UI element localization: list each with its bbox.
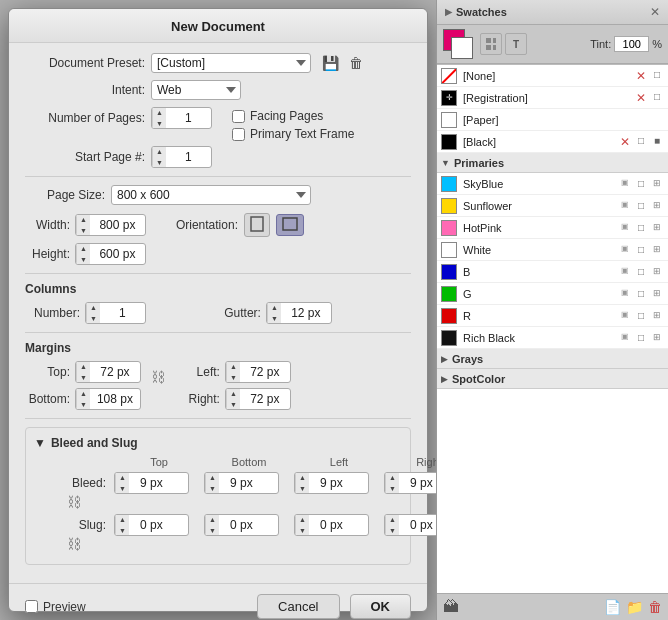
color-preview-swatch[interactable] [443, 29, 473, 59]
bleed-right-down[interactable]: ▼ [386, 483, 399, 494]
swatch-item-white[interactable]: White ▣ □ ⊞ [437, 239, 668, 261]
swatch-item-richblack[interactable]: Rich Black ▣ □ ⊞ [437, 327, 668, 349]
slug-left-down[interactable]: ▼ [296, 525, 309, 536]
col-number-up[interactable]: ▲ [87, 302, 100, 313]
margin-right-spinners[interactable]: ▲ ▼ [226, 388, 240, 410]
width-up[interactable]: ▲ [77, 214, 90, 225]
ok-button[interactable]: OK [350, 594, 412, 619]
facing-pages-checkbox-label[interactable]: Facing Pages [232, 109, 354, 123]
margin-bottom-input[interactable] [90, 389, 140, 409]
new-color-group-button[interactable]: 📄 [604, 599, 621, 615]
slug-right-up[interactable]: ▲ [386, 514, 399, 525]
panel-close-button[interactable]: ✕ [650, 5, 660, 19]
bleed-link-icon[interactable]: ⛓ [34, 494, 114, 510]
col-gutter-up[interactable]: ▲ [268, 302, 281, 313]
new-swatch-button[interactable]: 📁 [626, 599, 643, 615]
num-pages-up[interactable]: ▲ [153, 107, 166, 118]
delete-swatch-button[interactable]: 🗑 [648, 599, 662, 615]
bleed-left-up[interactable]: ▲ [296, 472, 309, 483]
slug-top-input[interactable] [129, 515, 174, 535]
page-size-select[interactable]: 800 x 600 1024 x 768 Letter A4 Custom [111, 185, 311, 205]
show-color-swatches-button[interactable]: T [505, 33, 527, 55]
primary-text-frame-checkbox-label[interactable]: Primary Text Frame [232, 127, 354, 141]
bleed-top-spinners[interactable]: ▲ ▼ [115, 472, 129, 494]
start-page-spinners[interactable]: ▲ ▼ [152, 146, 166, 168]
preset-select[interactable]: [Custom] [151, 53, 311, 73]
bleed-left-input[interactable] [309, 473, 354, 493]
swatch-item-r[interactable]: R ▣ □ ⊞ [437, 305, 668, 327]
bleed-right-spinners[interactable]: ▲ ▼ [385, 472, 399, 494]
swatch-item-skyblue[interactable]: SkyBlue ▣ □ ⊞ [437, 173, 668, 195]
swatch-delete-registration[interactable]: ✕ [634, 91, 648, 105]
bleed-bottom-up[interactable]: ▲ [206, 472, 219, 483]
slug-bottom-spinners[interactable]: ▲ ▼ [205, 514, 219, 536]
slug-bottom-input[interactable] [219, 515, 264, 535]
delete-preset-button[interactable]: 🗑 [346, 54, 366, 72]
width-input[interactable] [90, 215, 145, 235]
margin-top-input[interactable] [90, 362, 140, 382]
margin-right-input[interactable] [240, 389, 290, 409]
margin-bottom-spinners[interactable]: ▲ ▼ [76, 388, 90, 410]
slug-link-icon[interactable]: ⛓ [34, 536, 114, 552]
col-gutter-spinners[interactable]: ▲ ▼ [267, 302, 281, 324]
margin-top-down[interactable]: ▼ [77, 372, 90, 383]
slug-bottom-down[interactable]: ▼ [206, 525, 219, 536]
margin-left-spinners[interactable]: ▲ ▼ [226, 361, 240, 383]
swatch-item-paper[interactable]: [Paper] [437, 109, 668, 131]
bleed-bottom-down[interactable]: ▼ [206, 483, 219, 494]
start-page-up[interactable]: ▲ [153, 146, 166, 157]
slug-top-spinners[interactable]: ▲ ▼ [115, 514, 129, 536]
num-pages-spinners[interactable]: ▲ ▼ [152, 107, 166, 129]
facing-pages-checkbox[interactable] [232, 110, 245, 123]
swatch-item-hotpink[interactable]: HotPink ▣ □ ⊞ [437, 217, 668, 239]
margins-link-icon[interactable]: ⛓ [151, 361, 165, 385]
group-row-grays[interactable]: ▶ Grays [437, 349, 668, 369]
slug-bottom-up[interactable]: ▲ [206, 514, 219, 525]
col-number-down[interactable]: ▼ [87, 313, 100, 324]
num-pages-down[interactable]: ▼ [153, 118, 166, 129]
preview-checkbox[interactable] [25, 600, 38, 613]
margin-left-input[interactable] [240, 362, 290, 382]
height-down[interactable]: ▼ [77, 254, 90, 265]
margin-top-up[interactable]: ▲ [77, 361, 90, 372]
width-down[interactable]: ▼ [77, 225, 90, 236]
slug-top-up[interactable]: ▲ [116, 514, 129, 525]
cancel-button[interactable]: Cancel [257, 594, 339, 619]
panel-menu-button[interactable]: 🏔 [443, 598, 459, 616]
height-input[interactable] [90, 244, 145, 264]
margin-right-up[interactable]: ▲ [227, 388, 240, 399]
margin-left-up[interactable]: ▲ [227, 361, 240, 372]
slug-left-up[interactable]: ▲ [296, 514, 309, 525]
margin-bottom-up[interactable]: ▲ [77, 388, 90, 399]
bleed-bottom-spinners[interactable]: ▲ ▼ [205, 472, 219, 494]
margin-bottom-down[interactable]: ▼ [77, 399, 90, 410]
swatch-item-g[interactable]: G ▣ □ ⊞ [437, 283, 668, 305]
bleed-top-down[interactable]: ▼ [116, 483, 129, 494]
slug-right-spinners[interactable]: ▲ ▼ [385, 514, 399, 536]
bleed-top-up[interactable]: ▲ [116, 472, 129, 483]
portrait-button[interactable] [244, 213, 270, 237]
col-gutter-down[interactable]: ▼ [268, 313, 281, 324]
show-all-swatches-button[interactable] [480, 33, 502, 55]
swatch-item-sunflower[interactable]: Sunflower ▣ □ ⊞ [437, 195, 668, 217]
primary-text-frame-checkbox[interactable] [232, 128, 245, 141]
group-row-primaries[interactable]: ▼ Primaries [437, 153, 668, 173]
num-pages-input[interactable] [166, 108, 211, 128]
width-spinners[interactable]: ▲ ▼ [76, 214, 90, 236]
slug-right-down[interactable]: ▼ [386, 525, 399, 536]
intent-select[interactable]: Web Print Mobile [151, 80, 241, 100]
swatch-item-registration[interactable]: ✛ [Registration] ✕ □ [437, 87, 668, 109]
preview-checkbox-label[interactable]: Preview [25, 600, 86, 614]
col-gutter-input[interactable] [281, 303, 331, 323]
tint-input[interactable] [614, 36, 649, 52]
margin-top-spinners[interactable]: ▲ ▼ [76, 361, 90, 383]
swatch-item-none[interactable]: [None] ✕ □ [437, 65, 668, 87]
swatch-delete-black[interactable]: ✕ [618, 135, 632, 149]
slug-left-input[interactable] [309, 515, 354, 535]
bleed-left-down[interactable]: ▼ [296, 483, 309, 494]
save-preset-button[interactable]: 💾 [319, 54, 342, 72]
start-page-down[interactable]: ▼ [153, 157, 166, 168]
start-page-input[interactable] [166, 147, 211, 167]
col-number-input[interactable] [100, 303, 145, 323]
height-up[interactable]: ▲ [77, 243, 90, 254]
